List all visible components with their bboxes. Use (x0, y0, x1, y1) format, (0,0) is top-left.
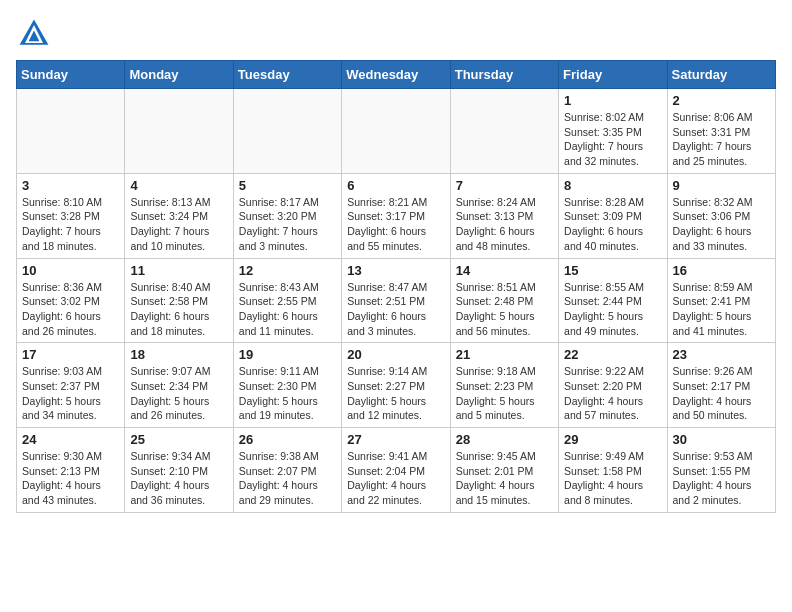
day-info: Sunrise: 8:17 AM Sunset: 3:20 PM Dayligh… (239, 195, 336, 254)
day-info: Sunrise: 9:22 AM Sunset: 2:20 PM Dayligh… (564, 364, 661, 423)
day-info: Sunrise: 9:34 AM Sunset: 2:10 PM Dayligh… (130, 449, 227, 508)
calendar-cell: 2Sunrise: 8:06 AM Sunset: 3:31 PM Daylig… (667, 89, 775, 174)
day-number: 3 (22, 178, 119, 193)
weekday-header: Friday (559, 61, 667, 89)
calendar-week-row: 10Sunrise: 8:36 AM Sunset: 3:02 PM Dayli… (17, 258, 776, 343)
day-info: Sunrise: 8:10 AM Sunset: 3:28 PM Dayligh… (22, 195, 119, 254)
calendar-cell: 17Sunrise: 9:03 AM Sunset: 2:37 PM Dayli… (17, 343, 125, 428)
calendar-week-row: 1Sunrise: 8:02 AM Sunset: 3:35 PM Daylig… (17, 89, 776, 174)
day-number: 30 (673, 432, 770, 447)
calendar-cell: 1Sunrise: 8:02 AM Sunset: 3:35 PM Daylig… (559, 89, 667, 174)
day-number: 18 (130, 347, 227, 362)
day-info: Sunrise: 9:53 AM Sunset: 1:55 PM Dayligh… (673, 449, 770, 508)
day-info: Sunrise: 9:45 AM Sunset: 2:01 PM Dayligh… (456, 449, 553, 508)
day-info: Sunrise: 9:07 AM Sunset: 2:34 PM Dayligh… (130, 364, 227, 423)
day-number: 9 (673, 178, 770, 193)
logo-icon (16, 16, 52, 52)
day-number: 25 (130, 432, 227, 447)
day-number: 26 (239, 432, 336, 447)
day-info: Sunrise: 8:32 AM Sunset: 3:06 PM Dayligh… (673, 195, 770, 254)
calendar-cell: 30Sunrise: 9:53 AM Sunset: 1:55 PM Dayli… (667, 428, 775, 513)
weekday-header: Sunday (17, 61, 125, 89)
day-info: Sunrise: 9:38 AM Sunset: 2:07 PM Dayligh… (239, 449, 336, 508)
day-info: Sunrise: 8:59 AM Sunset: 2:41 PM Dayligh… (673, 280, 770, 339)
weekday-header: Saturday (667, 61, 775, 89)
day-info: Sunrise: 9:14 AM Sunset: 2:27 PM Dayligh… (347, 364, 444, 423)
weekday-header: Thursday (450, 61, 558, 89)
weekday-header: Monday (125, 61, 233, 89)
day-info: Sunrise: 8:40 AM Sunset: 2:58 PM Dayligh… (130, 280, 227, 339)
day-number: 13 (347, 263, 444, 278)
calendar-cell: 15Sunrise: 8:55 AM Sunset: 2:44 PM Dayli… (559, 258, 667, 343)
day-number: 2 (673, 93, 770, 108)
calendar-cell: 26Sunrise: 9:38 AM Sunset: 2:07 PM Dayli… (233, 428, 341, 513)
calendar-cell: 19Sunrise: 9:11 AM Sunset: 2:30 PM Dayli… (233, 343, 341, 428)
calendar-cell: 5Sunrise: 8:17 AM Sunset: 3:20 PM Daylig… (233, 173, 341, 258)
day-number: 1 (564, 93, 661, 108)
day-number: 22 (564, 347, 661, 362)
calendar-header-row: SundayMondayTuesdayWednesdayThursdayFrid… (17, 61, 776, 89)
day-info: Sunrise: 8:47 AM Sunset: 2:51 PM Dayligh… (347, 280, 444, 339)
calendar-cell: 12Sunrise: 8:43 AM Sunset: 2:55 PM Dayli… (233, 258, 341, 343)
calendar-cell: 28Sunrise: 9:45 AM Sunset: 2:01 PM Dayli… (450, 428, 558, 513)
day-info: Sunrise: 8:21 AM Sunset: 3:17 PM Dayligh… (347, 195, 444, 254)
day-number: 19 (239, 347, 336, 362)
calendar-cell: 13Sunrise: 8:47 AM Sunset: 2:51 PM Dayli… (342, 258, 450, 343)
day-number: 23 (673, 347, 770, 362)
day-number: 27 (347, 432, 444, 447)
calendar-cell: 21Sunrise: 9:18 AM Sunset: 2:23 PM Dayli… (450, 343, 558, 428)
day-info: Sunrise: 8:06 AM Sunset: 3:31 PM Dayligh… (673, 110, 770, 169)
calendar-cell: 29Sunrise: 9:49 AM Sunset: 1:58 PM Dayli… (559, 428, 667, 513)
calendar-cell: 18Sunrise: 9:07 AM Sunset: 2:34 PM Dayli… (125, 343, 233, 428)
day-info: Sunrise: 8:24 AM Sunset: 3:13 PM Dayligh… (456, 195, 553, 254)
calendar-week-row: 17Sunrise: 9:03 AM Sunset: 2:37 PM Dayli… (17, 343, 776, 428)
calendar-cell: 9Sunrise: 8:32 AM Sunset: 3:06 PM Daylig… (667, 173, 775, 258)
calendar-cell: 4Sunrise: 8:13 AM Sunset: 3:24 PM Daylig… (125, 173, 233, 258)
calendar-cell: 24Sunrise: 9:30 AM Sunset: 2:13 PM Dayli… (17, 428, 125, 513)
day-number: 15 (564, 263, 661, 278)
calendar-cell: 22Sunrise: 9:22 AM Sunset: 2:20 PM Dayli… (559, 343, 667, 428)
day-number: 10 (22, 263, 119, 278)
day-number: 4 (130, 178, 227, 193)
day-number: 7 (456, 178, 553, 193)
day-number: 12 (239, 263, 336, 278)
calendar-cell: 7Sunrise: 8:24 AM Sunset: 3:13 PM Daylig… (450, 173, 558, 258)
day-number: 8 (564, 178, 661, 193)
day-info: Sunrise: 9:18 AM Sunset: 2:23 PM Dayligh… (456, 364, 553, 423)
calendar-cell (233, 89, 341, 174)
day-info: Sunrise: 9:11 AM Sunset: 2:30 PM Dayligh… (239, 364, 336, 423)
calendar-cell: 25Sunrise: 9:34 AM Sunset: 2:10 PM Dayli… (125, 428, 233, 513)
logo (16, 16, 56, 52)
calendar-cell: 10Sunrise: 8:36 AM Sunset: 3:02 PM Dayli… (17, 258, 125, 343)
day-number: 20 (347, 347, 444, 362)
day-info: Sunrise: 8:13 AM Sunset: 3:24 PM Dayligh… (130, 195, 227, 254)
day-info: Sunrise: 9:30 AM Sunset: 2:13 PM Dayligh… (22, 449, 119, 508)
calendar-cell: 14Sunrise: 8:51 AM Sunset: 2:48 PM Dayli… (450, 258, 558, 343)
day-info: Sunrise: 8:36 AM Sunset: 3:02 PM Dayligh… (22, 280, 119, 339)
calendar-cell (125, 89, 233, 174)
calendar-cell: 6Sunrise: 8:21 AM Sunset: 3:17 PM Daylig… (342, 173, 450, 258)
day-info: Sunrise: 8:43 AM Sunset: 2:55 PM Dayligh… (239, 280, 336, 339)
calendar-week-row: 3Sunrise: 8:10 AM Sunset: 3:28 PM Daylig… (17, 173, 776, 258)
weekday-header: Tuesday (233, 61, 341, 89)
day-info: Sunrise: 9:03 AM Sunset: 2:37 PM Dayligh… (22, 364, 119, 423)
day-info: Sunrise: 9:26 AM Sunset: 2:17 PM Dayligh… (673, 364, 770, 423)
day-number: 17 (22, 347, 119, 362)
day-number: 14 (456, 263, 553, 278)
calendar-cell: 8Sunrise: 8:28 AM Sunset: 3:09 PM Daylig… (559, 173, 667, 258)
calendar: SundayMondayTuesdayWednesdayThursdayFrid… (16, 60, 776, 513)
calendar-week-row: 24Sunrise: 9:30 AM Sunset: 2:13 PM Dayli… (17, 428, 776, 513)
calendar-cell (450, 89, 558, 174)
calendar-cell (17, 89, 125, 174)
day-number: 16 (673, 263, 770, 278)
calendar-cell: 23Sunrise: 9:26 AM Sunset: 2:17 PM Dayli… (667, 343, 775, 428)
day-number: 5 (239, 178, 336, 193)
day-number: 29 (564, 432, 661, 447)
day-number: 11 (130, 263, 227, 278)
weekday-header: Wednesday (342, 61, 450, 89)
day-info: Sunrise: 8:55 AM Sunset: 2:44 PM Dayligh… (564, 280, 661, 339)
day-info: Sunrise: 8:02 AM Sunset: 3:35 PM Dayligh… (564, 110, 661, 169)
day-info: Sunrise: 9:49 AM Sunset: 1:58 PM Dayligh… (564, 449, 661, 508)
page-header (16, 16, 776, 52)
calendar-cell: 3Sunrise: 8:10 AM Sunset: 3:28 PM Daylig… (17, 173, 125, 258)
